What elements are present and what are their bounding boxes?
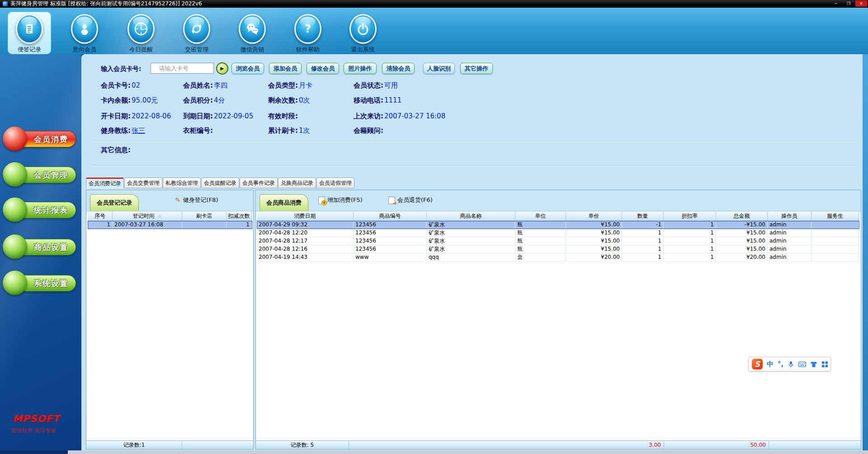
column-header[interactable]: 单位	[515, 211, 566, 220]
field-last-visit: 上次来访:2007-03-27 16:08	[354, 112, 445, 121]
toolbar-item-exit[interactable]: 退出系统	[341, 12, 385, 54]
member-refund-button[interactable]: ➜ 会员退货(F6)	[388, 196, 433, 204]
table-cell: 1	[664, 221, 716, 229]
column-header[interactable]: 单价	[566, 211, 622, 220]
sidebar-item-reports[interactable]: 统计报表	[3, 197, 79, 223]
close-button[interactable]: ✕	[855, 0, 867, 7]
table-cell: 1	[622, 245, 664, 253]
column-header[interactable]: 登记时间	[113, 211, 182, 220]
table-cell: 1	[622, 253, 664, 261]
tab-exchange-records[interactable]: 兑换商品记录	[278, 178, 316, 188]
tab-private-coach[interactable]: 私教综合管理	[163, 178, 201, 188]
microphone-icon[interactable]	[788, 360, 794, 368]
tab-payment-manage[interactable]: 会员交费管理	[124, 178, 162, 188]
column-header[interactable]: 商品名称	[427, 211, 515, 220]
main-toolbar: 便签记录 意向会员 今日提醒 交班管理 微信营销	[0, 8, 868, 54]
sphere-icon	[3, 271, 27, 295]
toolbar-item-shift[interactable]: 交班管理	[175, 12, 218, 54]
table-row[interactable]: 12007-03-27 16:081	[88, 221, 252, 229]
toolbox-grid-icon[interactable]	[821, 361, 828, 368]
table-cell	[811, 229, 859, 237]
browse-member-button[interactable]: 浏览会员	[231, 63, 264, 74]
table-row[interactable]: 2007-04-29 09:32123456矿泉水瓶¥15.00-11-¥15.…	[257, 221, 859, 229]
column-header[interactable]: 扣减次数	[226, 211, 252, 220]
sphere-icon	[3, 197, 27, 222]
toolbar-item-notes[interactable]: 便签记录	[8, 12, 51, 54]
table-cell	[811, 237, 859, 245]
table-row[interactable]: 2007-04-28 12:20123456矿泉水瓶¥15.0011¥15.00…	[257, 229, 859, 237]
table-cell: admin	[768, 253, 811, 261]
column-header[interactable]: 消费日期	[257, 211, 354, 220]
note-icon	[16, 14, 43, 44]
sidebar-item-member-consume[interactable]: 会员消费	[3, 126, 79, 152]
table-cell: -1	[622, 221, 664, 229]
help-icon: ?	[294, 14, 321, 44]
add-member-button[interactable]: 添加会员	[269, 63, 302, 74]
toolbar-item-reminders[interactable]: 今日提醒	[119, 12, 163, 54]
table-cell	[811, 245, 859, 253]
card-number-input[interactable]	[151, 63, 214, 74]
virtual-keyboard-icon[interactable]	[798, 361, 806, 367]
toolbar-item-help[interactable]: ? 软件帮助	[286, 12, 330, 54]
table-cell: 1	[88, 221, 113, 229]
tab-leave-manage[interactable]: 会员请假管理	[316, 178, 354, 188]
photo-actions-button[interactable]: 照片操作	[344, 63, 377, 74]
sidebar-item-member-manage[interactable]: 会员管理	[3, 162, 79, 187]
sidebar-item-system-settings[interactable]: 系统设置	[3, 271, 79, 296]
table-header-row: 序号 登记时间 刷卡店 扣减次数	[88, 211, 252, 221]
toolbar-item-label: 退出系统	[341, 46, 385, 54]
table-cell: 瓶	[515, 237, 566, 245]
table-cell: 2007-04-28 12:16	[257, 245, 354, 253]
coach-link[interactable]: 张三	[132, 126, 145, 135]
sogou-logo-icon[interactable]: S	[752, 359, 763, 370]
column-header[interactable]: 序号	[88, 211, 113, 220]
consume-table: 消费日期 商品编号 商品名称 单位 单价 数量 折扣率 总金额 操作员 服务生 …	[257, 211, 859, 262]
sort-asc-icon	[157, 214, 162, 218]
table-cell: 123456	[354, 229, 427, 237]
record-count: 记录数:1	[86, 441, 182, 449]
field-valid-period: 有效时段:	[268, 112, 299, 121]
table-row[interactable]: 2007-04-19 14:43wwwqqq盒¥20.0011¥20.00adm…	[257, 253, 859, 262]
table-cell: 矿泉水	[427, 237, 515, 245]
column-header[interactable]: 折扣率	[664, 211, 716, 220]
table-row[interactable]: 2007-04-28 12:17123456矿泉水瓶¥15.0011¥15.00…	[257, 237, 859, 245]
toolbar-item-prospects[interactable]: 意向会员	[63, 12, 106, 54]
minimize-button[interactable]: ─	[830, 0, 842, 7]
add-consume-button[interactable]: + 增加消费(F5)	[318, 196, 363, 204]
fitness-checkin-button[interactable]: ✎ 健身登记(F8)	[175, 196, 218, 204]
sidebar-item-goods-settings[interactable]: 商品设置	[3, 234, 79, 260]
edit-member-button[interactable]: 修改会员	[307, 63, 339, 74]
tab-consume-records[interactable]: 会员消费记录	[86, 178, 124, 188]
column-header[interactable]: 刷卡店	[182, 211, 226, 220]
tab-event-records[interactable]: 会员事件记录	[240, 178, 278, 188]
svg-text:?: ?	[305, 23, 311, 35]
ime-punctuation-icon[interactable]: °,	[778, 360, 783, 368]
table-cell: qqq	[427, 253, 515, 261]
main-area: 输入会员卡号: ▶ 浏览会员 添加会员 修改会员 照片操作 清除会员 人脸识别 …	[81, 54, 863, 450]
column-header[interactable]: 操作员	[768, 211, 811, 220]
table-row[interactable]: 2007-04-28 12:16123456矿泉水瓶¥15.0011¥15.00…	[257, 245, 859, 253]
toolbar-item-wechat[interactable]: 微信营销	[231, 12, 274, 54]
table-cell: 2007-04-28 12:17	[257, 237, 354, 245]
column-header[interactable]: 总金额	[716, 211, 768, 220]
window-title: 美萍健身房管理 标准版 [授权给: 张向前测试专用(编号2147952726)]…	[10, 0, 202, 8]
column-header[interactable]: 服务生	[811, 211, 859, 220]
checkin-tab[interactable]: 会员登记记录	[90, 194, 139, 211]
search-go-button[interactable]: ▶	[216, 62, 228, 75]
field-card-balance: 卡内余额:95.00元	[101, 96, 158, 105]
other-actions-button[interactable]: 其它操作	[460, 63, 493, 74]
face-recognition-button[interactable]: 人脸识别	[423, 63, 455, 74]
table-cell: ¥20.00	[716, 253, 768, 261]
record-count: 记录数: 5	[256, 441, 349, 449]
remove-member-button[interactable]: 清除会员	[382, 63, 415, 74]
field-total-swipes: 累计刷卡:1次	[268, 126, 310, 135]
skin-shirt-icon[interactable]	[810, 361, 817, 368]
column-header[interactable]: 商品编号	[354, 211, 427, 220]
tab-reminder-records[interactable]: 会员提醒记录	[201, 178, 239, 188]
ime-mode-chinese[interactable]: 中	[767, 360, 774, 369]
field-open-date: 开卡日期:2022-08-06	[101, 112, 171, 121]
column-header[interactable]: 数量	[622, 211, 664, 220]
goods-consume-tab[interactable]: 会员商品消费	[259, 194, 308, 211]
table-cell: 瓶	[515, 245, 566, 253]
maximize-button[interactable]: ❐	[843, 0, 854, 7]
